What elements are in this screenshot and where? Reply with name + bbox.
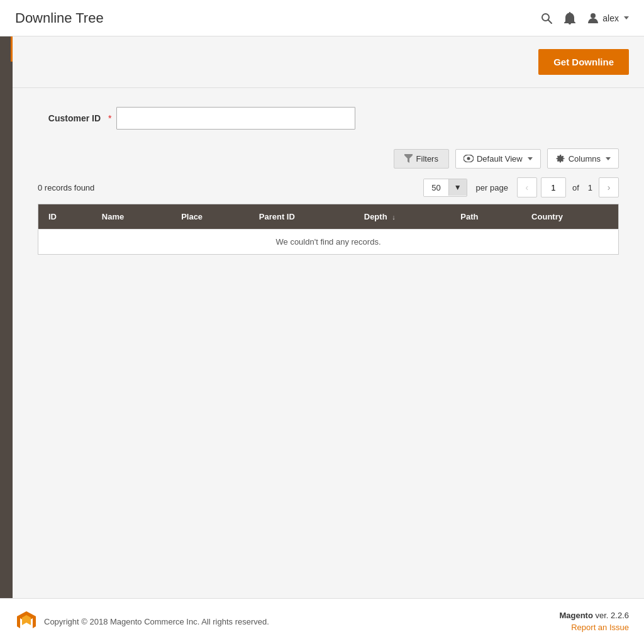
sidebar-item-1[interactable] [0, 36, 13, 62]
footer-left: Copyright © 2018 Magento Commerce Inc. A… [15, 610, 269, 633]
empty-message: We couldn't find any records. [38, 230, 619, 255]
table-header: ID Name Place Parent ID Depth ↓ Path Cou… [38, 204, 619, 230]
header-icons: alex [540, 12, 629, 25]
prev-page-button[interactable]: ‹ [517, 177, 537, 197]
per-page-label: per page [476, 183, 508, 192]
total-pages: 1 [588, 183, 592, 192]
gear-icon [555, 153, 565, 164]
col-country: Country [521, 204, 618, 230]
user-chevron-icon [624, 16, 629, 19]
page-title: Downline Tree [15, 10, 104, 26]
view-button[interactable]: Default View [455, 149, 541, 169]
page-of-label: of [572, 183, 579, 192]
bell-icon [564, 12, 575, 25]
records-row: 0 records found 50 ▼ per page ‹ of 1 › [38, 177, 619, 204]
col-depth[interactable]: Depth ↓ [354, 204, 451, 230]
footer-version: ver. 2.2.6 [596, 611, 629, 620]
sidebar-item-3[interactable] [0, 87, 13, 112]
layout: Get Downline Customer ID * Filters [0, 36, 644, 598]
svg-line-1 [548, 19, 552, 23]
sidebar [0, 36, 13, 598]
columns-button[interactable]: Columns [547, 148, 619, 169]
magento-logo-icon [15, 610, 38, 633]
action-bar: Get Downline [13, 36, 644, 88]
records-found: 0 records found [38, 183, 94, 192]
search-button[interactable] [540, 12, 553, 25]
user-menu[interactable]: alex [587, 12, 629, 25]
search-icon [540, 12, 553, 25]
per-page-value: 50 [424, 179, 448, 196]
col-name: Name [92, 204, 171, 230]
col-path: Path [450, 204, 521, 230]
sidebar-item-2[interactable] [0, 62, 13, 87]
sidebar-item-4[interactable] [0, 112, 13, 137]
top-header: Downline Tree alex [0, 0, 644, 36]
view-chevron-icon [528, 157, 533, 160]
col-place: Place [171, 204, 249, 230]
funnel-icon [404, 154, 413, 163]
footer-right: Magento ver. 2.2.6 Report an Issue [559, 611, 629, 632]
filters-label: Filters [416, 154, 438, 164]
col-id: ID [38, 204, 92, 230]
bell-button[interactable] [564, 12, 575, 25]
customer-id-input[interactable] [116, 107, 355, 130]
toolbar-row: Filters Default View Columns [38, 148, 619, 169]
report-issue-link[interactable]: Report an Issue [571, 623, 629, 632]
copyright-text: Copyright © 2018 Magento Commerce Inc. A… [44, 617, 269, 626]
eye-icon [464, 155, 474, 162]
data-table: ID Name Place Parent ID Depth ↓ Path Cou… [38, 204, 619, 255]
columns-chevron-icon [606, 157, 611, 160]
content-area: Customer ID * Filters Default V [13, 88, 644, 598]
get-downline-button[interactable]: Get Downline [538, 49, 629, 75]
footer: Copyright © 2018 Magento Commerce Inc. A… [0, 598, 644, 644]
sidebar-item-5[interactable] [0, 137, 13, 162]
customer-id-label: Customer ID [38, 113, 101, 123]
next-page-button[interactable]: › [599, 177, 619, 197]
svg-point-2 [591, 13, 596, 18]
table-body: We couldn't find any records. [38, 230, 619, 255]
user-icon [587, 12, 599, 25]
customer-id-row: Customer ID * [38, 107, 619, 130]
col-parent-id: Parent ID [249, 204, 354, 230]
username-label: alex [602, 13, 619, 23]
view-label: Default View [477, 154, 523, 164]
pagination-controls: 50 ▼ per page ‹ of 1 › [423, 177, 619, 197]
footer-brand-name: Magento [559, 611, 592, 620]
main-content: Get Downline Customer ID * Filters [13, 36, 644, 598]
filters-button[interactable]: Filters [394, 149, 449, 169]
sidebar-items [0, 36, 13, 162]
table-empty-row: We couldn't find any records. [38, 230, 619, 255]
sort-icon: ↓ [392, 213, 396, 221]
table-header-row: ID Name Place Parent ID Depth ↓ Path Cou… [38, 204, 619, 230]
svg-point-4 [467, 157, 470, 160]
per-page-arrow-icon[interactable]: ▼ [448, 179, 467, 196]
per-page-select[interactable]: 50 ▼ [423, 179, 467, 197]
page-input[interactable] [541, 177, 566, 197]
footer-brand: Magento ver. 2.2.6 [559, 611, 629, 620]
columns-label: Columns [569, 154, 601, 164]
required-star: * [108, 113, 111, 123]
